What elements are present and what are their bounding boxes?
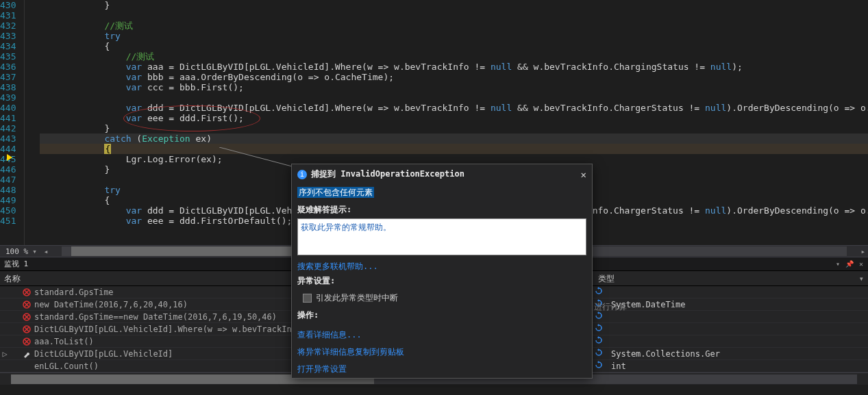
line-number: 443 — [0, 133, 24, 144]
scroll-right-icon[interactable]: ▸ — [858, 247, 868, 256]
refresh-icon[interactable] — [595, 324, 606, 334]
refresh-icon[interactable] — [595, 348, 606, 359]
watch-panel-title: 监视 1 — [4, 259, 28, 269]
close-icon[interactable]: ✕ — [857, 260, 865, 268]
error-icon — [21, 313, 33, 321]
breakpoint-current-arrow — [7, 154, 12, 160]
error-icon — [21, 337, 33, 346]
line-number: 435 — [0, 51, 24, 62]
code-line[interactable]: var eee = ddd.First(); — [40, 113, 868, 123]
watch-type: int — [606, 361, 868, 371]
zoom-level[interactable]: 100 % — [5, 247, 28, 256]
svg-marker-21 — [597, 336, 599, 339]
line-number-gutter: 4304314324334344354364374384394404414424… — [0, 0, 25, 245]
refresh-icon[interactable] — [595, 336, 606, 346]
scroll-left-icon[interactable]: ◂ — [41, 247, 51, 256]
code-line[interactable] — [40, 10, 868, 21]
column-dropdown-icon[interactable]: ▾ — [859, 271, 864, 286]
pin-icon[interactable]: 📌 — [843, 260, 856, 268]
popup-titlebar[interactable]: i 捕捉到 InvalidOperationException ✕ — [292, 164, 592, 184]
copy-exception-link[interactable]: 将异常详细信息复制到剪贴板 — [292, 344, 592, 361]
line-number: 440 — [0, 103, 24, 113]
code-line[interactable]: } — [40, 123, 868, 133]
watch-type: System.DateTime — [606, 300, 868, 309]
line-number: 438 — [0, 82, 24, 92]
code-line[interactable]: catch (Exception ex) — [40, 133, 868, 144]
code-line[interactable] — [40, 92, 868, 103]
line-number: 430 — [0, 0, 24, 10]
expand-icon[interactable]: ▷ — [0, 349, 10, 359]
line-number: 434 — [0, 41, 24, 51]
watch-col-type[interactable]: 类型 ▾ — [593, 271, 868, 285]
code-line[interactable]: Lgr.Log.Error(ex); — [40, 154, 868, 164]
refresh-icon[interactable] — [595, 311, 606, 322]
refresh-icon[interactable] — [595, 361, 606, 371]
line-number: 447 — [0, 175, 24, 185]
refresh-icon[interactable] — [595, 287, 606, 297]
hint-link[interactable]: 获取此异常的常规帮助。 — [301, 222, 391, 232]
line-number: 451 — [0, 216, 24, 226]
watch-hidden-value: 进行计算 — [594, 301, 627, 313]
hint-label: 疑难解答提示: — [297, 204, 586, 216]
code-line[interactable]: try — [40, 31, 868, 41]
code-line[interactable]: var aaa = DictLGLByVID[pLGL.VehicleId].W… — [40, 62, 868, 72]
code-line[interactable]: //测试 — [40, 21, 868, 31]
open-exception-settings-link[interactable]: 打开异常设置 — [292, 361, 592, 378]
code-line[interactable]: var bbb = aaa.OrderByDescending(o => o.C… — [40, 72, 868, 82]
code-line[interactable]: } — [40, 0, 868, 10]
view-details-link[interactable]: 查看详细信息... — [292, 327, 592, 344]
code-line[interactable]: { — [40, 41, 868, 51]
error-icon — [21, 288, 33, 296]
line-number: 433 — [0, 31, 24, 41]
line-number: 432 — [0, 21, 24, 31]
svg-marker-17 — [597, 324, 599, 327]
actions-label: 操作: — [297, 309, 586, 321]
code-line[interactable]: var ddd = DictLGLByVID[pLGL.VehicleId].W… — [40, 103, 868, 113]
settings-label: 异常设置: — [297, 275, 586, 287]
wrench-icon — [21, 350, 33, 358]
search-online-help-link[interactable]: 搜索更多联机帮助... — [292, 258, 592, 275]
line-number: 446 — [0, 164, 24, 175]
break-on-exception-checkbox[interactable] — [303, 294, 312, 303]
info-icon: i — [297, 170, 307, 179]
dropdown-arrow-icon[interactable]: ▾ — [32, 247, 37, 256]
code-line[interactable]: { — [40, 144, 868, 154]
popup-close-icon[interactable]: ✕ — [581, 169, 586, 180]
line-number: 448 — [0, 185, 24, 195]
exception-popup: i 捕捉到 InvalidOperationException ✕ 序列不包含任… — [291, 164, 593, 379]
line-number: 442 — [0, 123, 24, 133]
popup-title-text: 捕捉到 InvalidOperationException — [311, 168, 581, 180]
svg-marker-5 — [597, 287, 599, 290]
window-dropdown-icon[interactable]: ▾ — [834, 260, 842, 268]
checkbox-label: 引发此异常类型时中断 — [316, 292, 398, 304]
svg-marker-22 — [597, 348, 599, 351]
line-number: 449 — [0, 195, 24, 205]
svg-marker-0 — [7, 154, 12, 161]
watch-type: System.Collections.Ger — [606, 349, 868, 359]
line-number: 441 — [0, 113, 24, 123]
popup-message[interactable]: 序列不包含任何元素 — [297, 187, 586, 199]
line-number: 437 — [0, 72, 24, 82]
code-line[interactable]: var ccc = bbb.First(); — [40, 82, 868, 92]
line-number: 444 — [0, 144, 24, 154]
line-number: 450 — [0, 205, 24, 216]
line-number: 431 — [0, 10, 24, 21]
error-icon — [21, 301, 33, 309]
error-icon — [21, 325, 33, 333]
line-number: 436 — [0, 62, 24, 72]
code-line[interactable]: //测试 — [40, 51, 868, 62]
hint-textarea[interactable]: 获取此异常的常规帮助。 — [297, 218, 586, 255]
svg-marker-23 — [597, 361, 599, 364]
line-number: 439 — [0, 92, 24, 103]
